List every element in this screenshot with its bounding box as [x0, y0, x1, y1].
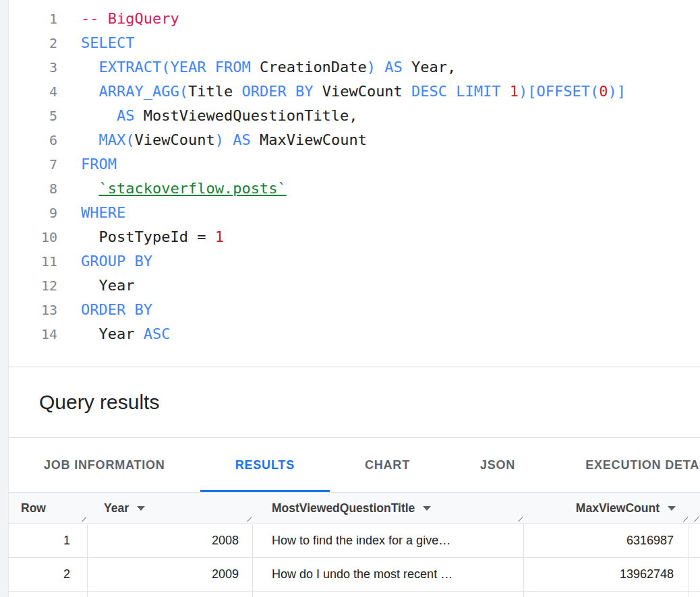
code-line: 4 ARRAY_AGG(Title ORDER BY ViewCount DES… — [9, 80, 700, 104]
left-gutter-strip — [0, 0, 9, 597]
code-line: 8 `stackoverflow.posts` — [9, 177, 700, 201]
code-text: GROUP BY — [57, 249, 152, 274]
column-header-label: Year — [104, 501, 129, 515]
code-token: FROM — [81, 156, 117, 172]
code-token: Year — [81, 325, 144, 342]
code-line: 10 PostTypeId = 1 — [9, 225, 700, 249]
line-number: 2 — [9, 31, 57, 55]
code-line: 5 AS MostViewedQuestionTitle, — [9, 104, 700, 128]
code-line: 13ORDER BY — [9, 298, 700, 322]
code-token: ViewCount — [322, 83, 411, 100]
code-text: PostTypeId = 1 — [57, 225, 224, 249]
table-cell: 2 — [9, 558, 88, 592]
code-token: EXTRACT( — [81, 59, 170, 75]
sql-editor[interactable]: 1-- BigQuery2SELECT3 EXTRACT(YEAR FROM C… — [9, 0, 700, 367]
line-number: 13 — [9, 298, 57, 322]
table-cell: How do I undo the most recent … — [253, 558, 524, 592]
query-results-header: Query results — [9, 367, 700, 438]
table-cell-filler — [689, 524, 700, 558]
code-token: CreationDate — [260, 59, 367, 75]
column-header-filler — [689, 493, 700, 524]
column-header-label: MaxViewCount — [576, 501, 660, 515]
column-menu-icon[interactable] — [668, 506, 676, 511]
code-token: ) AS — [215, 131, 260, 148]
column-resize-handle[interactable] — [691, 514, 699, 522]
table-cell: 2009 — [88, 558, 253, 592]
code-token: PostTypeId = — [81, 228, 215, 245]
tab-json[interactable]: JSON — [445, 438, 550, 492]
line-number: 5 — [9, 104, 57, 128]
table-cell — [689, 592, 700, 597]
line-number: 8 — [9, 177, 57, 201]
query-results-title: Query results — [39, 391, 159, 414]
table-cell — [253, 592, 524, 597]
code-line: 3 EXTRACT(YEAR FROM CreationDate) AS Yea… — [9, 55, 700, 80]
code-line: 1-- BigQuery — [9, 7, 700, 31]
code-token: MostViewedQuestionTitle, — [144, 107, 358, 124]
tab-results[interactable]: RESULTS — [200, 438, 330, 492]
column-header-mostviewedquestiontitle[interactable]: MostViewedQuestionTitle — [253, 493, 524, 524]
code-token: ASC — [144, 325, 171, 342]
column-menu-icon[interactable] — [137, 506, 145, 511]
code-token: YEAR FROM — [170, 59, 259, 75]
column-resize-handle[interactable] — [79, 514, 86, 522]
column-header-year[interactable]: Year — [88, 493, 253, 524]
code-token: `stackoverflow.posts` — [99, 180, 287, 197]
code-line: 6 MAX(ViewCount) AS MaxViewCount — [9, 128, 700, 152]
column-header-label: MostViewedQuestionTitle — [272, 501, 415, 515]
table-cell — [88, 592, 253, 597]
code-line: 12 Year — [9, 274, 700, 298]
main-content: 1-- BigQuery2SELECT3 EXTRACT(YEAR FROM C… — [9, 0, 700, 597]
code-text: SELECT — [57, 31, 134, 55]
column-header-label: Row — [21, 501, 46, 515]
code-text: `stackoverflow.posts` — [57, 177, 287, 201]
line-number: 6 — [9, 128, 57, 152]
code-token: MaxViewCount — [260, 131, 367, 148]
tab-execution-details[interactable]: EXECUTION DETAILS — [550, 438, 700, 492]
code-text: ARRAY_AGG(Title ORDER BY ViewCount DESC … — [57, 80, 626, 104]
code-token: AS — [81, 107, 144, 124]
code-text: EXTRACT(YEAR FROM CreationDate) AS Year, — [57, 55, 456, 80]
code-text: Year ASC — [57, 322, 170, 346]
code-text: -- BigQuery — [57, 7, 179, 31]
line-number: 12 — [9, 274, 57, 298]
table-row-partial — [9, 592, 700, 597]
code-token: )[ — [519, 83, 537, 100]
line-number: 10 — [9, 225, 57, 249]
table-cell: 1 — [9, 524, 88, 558]
code-text: AS MostViewedQuestionTitle, — [57, 104, 358, 128]
code-token: 1 — [510, 83, 519, 100]
code-token: -- BigQuery — [81, 10, 179, 27]
column-resize-handle[interactable] — [244, 514, 252, 522]
column-menu-icon[interactable] — [423, 506, 431, 511]
code-token: SELECT — [81, 34, 134, 51]
line-number: 3 — [9, 55, 57, 80]
table-cell: 13962748 — [524, 558, 689, 592]
line-number: 4 — [9, 80, 57, 104]
code-token: Year, — [411, 59, 456, 75]
table-cell — [9, 592, 88, 597]
tab-job-information[interactable]: JOB INFORMATION — [9, 438, 200, 492]
code-text: WHERE — [57, 201, 125, 225]
column-header-maxviewcount[interactable]: MaxViewCount — [524, 493, 689, 524]
code-line: 11GROUP BY — [9, 249, 700, 274]
line-number: 9 — [9, 201, 57, 225]
column-header-row[interactable]: Row — [9, 493, 88, 524]
line-number: 7 — [9, 152, 57, 177]
column-resize-handle[interactable] — [515, 514, 523, 522]
column-resize-handle[interactable] — [680, 514, 688, 522]
code-text: FROM — [57, 152, 117, 177]
line-number: 1 — [9, 7, 57, 31]
code-line: 14 Year ASC — [9, 322, 700, 346]
code-token: WHERE — [81, 204, 125, 221]
editor-lines: 1-- BigQuery2SELECT3 EXTRACT(YEAR FROM C… — [9, 7, 700, 346]
code-token: 1 — [215, 228, 224, 245]
table-row: 12008How to find the index for a give…63… — [9, 524, 700, 558]
tab-chart[interactable]: CHART — [330, 438, 445, 492]
table-header-row: RowYearMostViewedQuestionTitleMaxViewCou… — [9, 493, 700, 524]
table-cell: 2008 — [88, 524, 253, 558]
code-line: 2SELECT — [9, 31, 700, 55]
code-token: )] — [608, 83, 626, 100]
table-cell: How to find the index for a give… — [253, 524, 524, 558]
code-token: Year — [81, 277, 134, 294]
